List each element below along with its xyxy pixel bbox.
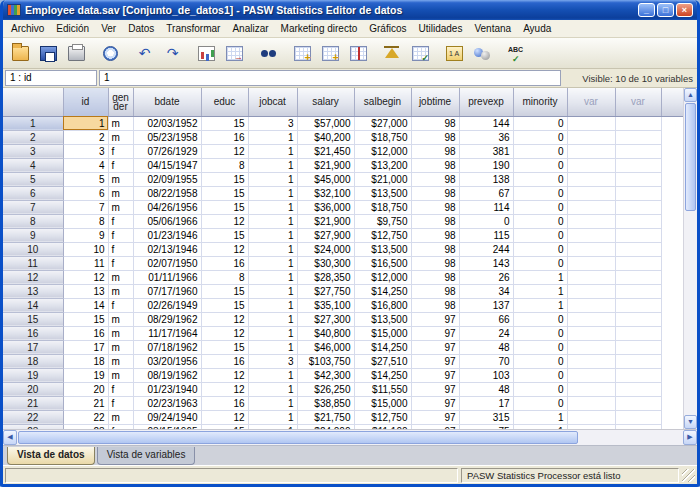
split-file-button[interactable]	[345, 40, 372, 66]
cell[interactable]: 98	[411, 298, 459, 312]
cell[interactable]: m	[108, 186, 133, 200]
cell[interactable]: 97	[411, 368, 459, 382]
cell[interactable]: 97	[411, 396, 459, 410]
select-cases-button[interactable]	[407, 40, 434, 66]
column-header-salary[interactable]: salary	[297, 88, 354, 116]
menu-ver[interactable]: Ver	[95, 21, 122, 36]
cell[interactable]: $15,000	[354, 396, 411, 410]
cell[interactable]: 0	[513, 214, 567, 228]
cell[interactable]: 12	[201, 368, 248, 382]
cell[interactable]: $57,000	[297, 116, 354, 130]
cell[interactable]: f	[108, 144, 133, 158]
cell[interactable]: 115	[459, 228, 513, 242]
cell[interactable]: 01/11/1966	[133, 270, 201, 284]
cell[interactable]: 34	[459, 284, 513, 298]
cell[interactable]: $14,250	[354, 284, 411, 298]
cell[interactable]: 1	[513, 298, 567, 312]
close-button[interactable]: ×	[676, 3, 693, 17]
column-header-var-10[interactable]: var	[567, 88, 615, 116]
cell[interactable]: 24	[459, 326, 513, 340]
cell[interactable]: 16	[201, 256, 248, 270]
show-all-variables-button[interactable]	[469, 40, 496, 66]
cell[interactable]	[567, 200, 615, 214]
cell[interactable]: 0	[513, 242, 567, 256]
cell[interactable]: $21,900	[297, 158, 354, 172]
column-header-gender[interactable]: gender	[108, 88, 133, 116]
menu-ventana[interactable]: Ventana	[468, 21, 517, 36]
cell[interactable]: 2	[63, 130, 108, 144]
undo-button[interactable]	[131, 40, 158, 66]
cell[interactable]: 1	[248, 298, 297, 312]
cell[interactable]	[615, 214, 661, 228]
cell[interactable]: 09/24/1940	[133, 410, 201, 424]
cell[interactable]	[567, 382, 615, 396]
cell[interactable]: $42,300	[297, 368, 354, 382]
cell[interactable]: 17	[459, 396, 513, 410]
menu-edici-n[interactable]: Edición	[50, 21, 95, 36]
column-header-var-11[interactable]: var	[615, 88, 661, 116]
cell[interactable]	[567, 228, 615, 242]
cell[interactable]: 0	[513, 228, 567, 242]
column-header-jobtime[interactable]: jobtime	[411, 88, 459, 116]
cell[interactable]: 98	[411, 214, 459, 228]
cell[interactable]: $27,510	[354, 354, 411, 368]
cell[interactable]	[615, 284, 661, 298]
spell-check-button[interactable]	[503, 40, 530, 66]
cell[interactable]: 138	[459, 172, 513, 186]
cell[interactable]: $12,750	[354, 228, 411, 242]
cell[interactable]: f	[108, 382, 133, 396]
cell[interactable]: 98	[411, 186, 459, 200]
cell[interactable]: $9,750	[354, 214, 411, 228]
cell[interactable]: 48	[459, 382, 513, 396]
cell[interactable]: 15	[201, 298, 248, 312]
cell[interactable]: m	[108, 270, 133, 284]
cell[interactable]: 0	[513, 368, 567, 382]
cell[interactable]: $21,750	[297, 410, 354, 424]
cell[interactable]: 02/26/1949	[133, 298, 201, 312]
cell[interactable]: 1	[513, 424, 567, 429]
cell[interactable]: 0	[513, 144, 567, 158]
cell[interactable]: 1	[248, 214, 297, 228]
cell[interactable]: 10	[63, 242, 108, 256]
cell[interactable]: $13,500	[354, 186, 411, 200]
cell[interactable]	[567, 410, 615, 424]
cell[interactable]: m	[108, 340, 133, 354]
cell[interactable]: 0	[513, 130, 567, 144]
cell[interactable]: 98	[411, 256, 459, 270]
cell[interactable]: m	[108, 130, 133, 144]
cell[interactable]	[567, 354, 615, 368]
row-header[interactable]: 21	[3, 396, 63, 410]
cell[interactable]: f	[108, 214, 133, 228]
scroll-right-arrow-icon[interactable]: ▶	[683, 430, 697, 445]
cell[interactable]	[567, 116, 615, 130]
row-header[interactable]: 5	[3, 172, 63, 186]
cell[interactable]: 12	[201, 242, 248, 256]
horizontal-scroll-track[interactable]	[579, 430, 683, 445]
cell[interactable]: 0	[513, 172, 567, 186]
menu-archivo[interactable]: Archivo	[5, 21, 50, 36]
cell[interactable]: 1	[248, 396, 297, 410]
row-header[interactable]: 13	[3, 284, 63, 298]
cell[interactable]: $27,300	[297, 312, 354, 326]
cell[interactable]: $12,000	[354, 144, 411, 158]
cell[interactable]: 98	[411, 158, 459, 172]
cell[interactable]: 1	[248, 200, 297, 214]
cell[interactable]: 8	[201, 270, 248, 284]
cell[interactable]: $24,000	[297, 242, 354, 256]
cell-editor-input[interactable]: 1	[99, 70, 561, 86]
cell[interactable]: m	[108, 354, 133, 368]
cell[interactable]	[615, 424, 661, 429]
menu-transformar[interactable]: Transformar	[160, 21, 226, 36]
redo-button[interactable]	[159, 40, 186, 66]
cell[interactable]: 22	[63, 410, 108, 424]
cell[interactable]: $21,450	[297, 144, 354, 158]
scroll-down-arrow-icon[interactable]: ▼	[684, 415, 697, 429]
cell[interactable]: 1	[248, 368, 297, 382]
cell[interactable]	[567, 144, 615, 158]
menu-utilidades[interactable]: Utilidades	[412, 21, 468, 36]
cell[interactable]	[567, 340, 615, 354]
cell[interactable]: 70	[459, 354, 513, 368]
cell[interactable]	[615, 116, 661, 130]
cell[interactable]: 1	[248, 144, 297, 158]
cell[interactable]: 6	[63, 186, 108, 200]
